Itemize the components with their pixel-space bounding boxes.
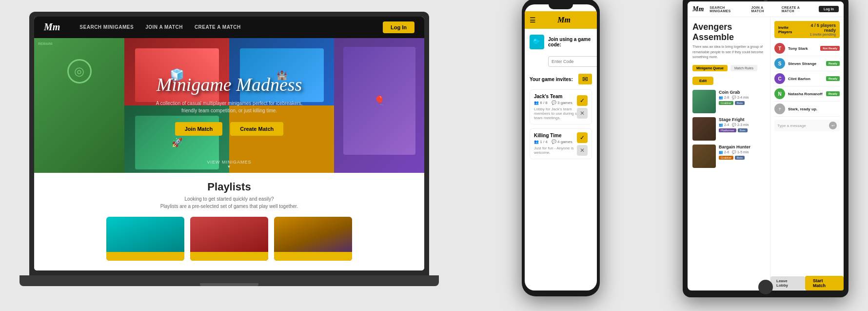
invite-pending: 1 invite pending [801,33,836,36]
game-card-bargain-hunter: Bargain Hunter 👥 2-6 💬 1-5 min Grabber B… [692,145,765,168]
bargain-hunter-thumbnail [692,145,716,168]
playlist-card-3[interactable] [274,217,352,261]
tab-nav-join[interactable]: JOIN A MATCH [751,6,777,13]
player-avatar-tony: T [774,43,785,54]
player-status-steven: Ready [826,61,840,66]
chat-send-button[interactable]: ↩ [829,122,837,129]
player-avatar-clint: C [774,73,785,84]
hero-tile-4: 🎈 [334,38,424,173]
join-code-label: Join using a game code: [548,37,592,47]
tab-nav-create[interactable]: CREATE A MATCH [782,6,813,13]
hero-tile-1: REMAINI ◎ [34,38,124,173]
team-members-1: 👥 6 / 8 [534,101,548,105]
svg-rect-0 [534,39,535,40]
player-status-clint: Ready [826,76,840,81]
stage-fright-info: Stage Fright 👥 2-4 💬 2-3 min Platformer … [719,117,765,132]
coin-grab-name: Coin Grab [719,90,765,95]
stage-fright-name: Stage Fright [719,117,765,122]
playlists-title: Playlists [49,181,410,193]
invite-players-label: Invite Players [778,25,801,34]
svg-rect-9 [534,42,537,43]
hero-content: Minigame Madness A collection of casual … [151,75,307,136]
phone-screen: ☰ Mm [525,4,597,290]
player-row-clint: C Clint Barton Ready [774,71,840,86]
tablet-nav: Mm SEARCH MINIGAMES JOIN A MATCH CREATE … [688,1,844,17]
team-card-2: Killing Time 👥 1 / 4 💬 4 games Just for … [530,128,592,159]
phone-device: ☰ Mm [522,0,600,296]
player-stark-msg: Stark, ready up. [788,107,840,111]
laptop-base [20,275,439,286]
tablet-login-button[interactable]: Log In [819,6,839,12]
team-games-1: 💬 3 games [552,101,572,105]
phone-notch [549,4,573,9]
player-avatar-natasha: N [774,88,785,99]
playlist-card-2[interactable] [190,217,268,261]
lobby-title: Avengers Assemble [692,22,765,42]
players-count: 4 / 5 players ready [801,23,836,33]
nav-join-match[interactable]: JOIN A MATCH [145,24,183,30]
svg-rect-7 [533,41,534,42]
playlist-card-1[interactable] [106,217,184,261]
game-icon [530,35,544,49]
nav-search-minigames[interactable]: SEARCH MINIGAMES [79,24,134,30]
laptop-login-button[interactable]: Log In [383,21,414,33]
team-actions-1: ✓ ✕ [577,95,588,119]
code-input-row: ✓ [548,56,592,67]
player-row-natasha: N Natasha Romanoff Ready [774,86,840,102]
accept-team-2-button[interactable]: ✓ [577,132,588,143]
svg-rect-5 [536,40,537,41]
invites-row: Your game invites: ✉ [530,74,592,84]
match-rules-tab[interactable]: Match Rules [730,65,757,71]
invite-players-button[interactable]: Invite Players 4 / 5 players ready 1 inv… [774,21,840,38]
svg-rect-3 [534,40,535,41]
player-row-steven: S Steven Strange Ready [774,56,840,71]
laptop-device: Mm SEARCH MINIGAMES JOIN A MATCH CREATE … [20,12,439,300]
phone-nav: ☰ Mm [525,11,597,29]
create-match-button[interactable]: Create Match [230,122,283,136]
bargain-hunter-tag-2: Bots [735,156,745,160]
game-code-section: Join using a game code: [530,35,592,49]
hamburger-icon[interactable]: ☰ [530,16,536,24]
laptop-screen: Mm SEARCH MINIGAMES JOIN A MATCH CREATE … [34,17,424,270]
tablet-right-panel: Invite Players 4 / 5 players ready 1 inv… [770,17,844,290]
minigame-queue-tab[interactable]: Minigame Queue [692,65,728,71]
player-name-tony: Tony Stark [788,46,817,51]
stage-fright-thumbnail [692,117,716,141]
tab-nav-search[interactable]: SEARCH MINIGAMES [710,6,746,13]
tablet-screen: Mm SEARCH MINIGAMES JOIN A MATCH CREATE … [688,1,844,290]
phone-shell: ☰ Mm [522,0,600,296]
view-minigames-link[interactable]: VIEW MINIGAMES [207,160,251,169]
playlists-section: Playlists Looking to get started quickly… [34,173,424,270]
tablet-home-button[interactable] [758,280,773,294]
bargain-hunter-tag-1: Grabber [719,156,733,160]
envelope-icon: ✉ [578,74,592,84]
leave-lobby-button[interactable]: Leave Lobby [770,276,805,290]
bargain-hunter-name: Bargain Hunter [719,145,765,149]
playlist-cards [49,217,410,261]
coin-grab-players: 👥 2-8 [719,96,729,100]
hero-section: REMAINI ◎ 🧊 🏰 🎈 🚀 [34,38,424,173]
coin-grab-tag-2: Bots [735,101,745,105]
hero-subtitle: A collection of casual multiplayer minig… [151,100,307,114]
nav-create-match[interactable]: CREATE A MATCH [195,24,241,30]
start-match-button[interactable]: Start Match [805,276,844,290]
decline-team-1-button[interactable]: ✕ [577,108,588,119]
invites-label: Your game invites: [530,77,574,82]
tablet-device: Mm SEARCH MINIGAMES JOIN A MATCH CREATE … [683,0,848,297]
code-input-field[interactable] [548,56,597,67]
player-avatar-steven: S [774,58,785,69]
game-card-stage-fright: Stage Fright 👥 2-4 💬 2-3 min Platformer … [692,117,765,141]
hero-buttons: Join Match Create Match [151,122,307,136]
bargain-hunter-time: 💬 1-5 min [732,150,749,154]
edit-button[interactable]: Edit [692,77,713,85]
bargain-hunter-meta: 👥 2-6 💬 1-5 min [719,150,765,154]
coin-grab-info: Coin Grab 👥 2-8 💬 2-4 min Grabber Bots [719,90,765,105]
game-card-coin-grab: Coin Grab 👥 2-8 💬 2-4 min Grabber Bots [692,90,765,113]
accept-team-1-button[interactable]: ✓ [577,95,588,106]
stage-fright-tag-1: Platformer [719,128,736,132]
player-row-tony: T Tony Stark Not Ready [774,41,840,56]
decline-team-2-button[interactable]: ✕ [577,145,588,156]
join-match-button[interactable]: Join Match [175,122,222,136]
coin-grab-tag-1: Grabber [719,101,733,105]
coin-grab-tags: Grabber Bots [719,101,765,105]
